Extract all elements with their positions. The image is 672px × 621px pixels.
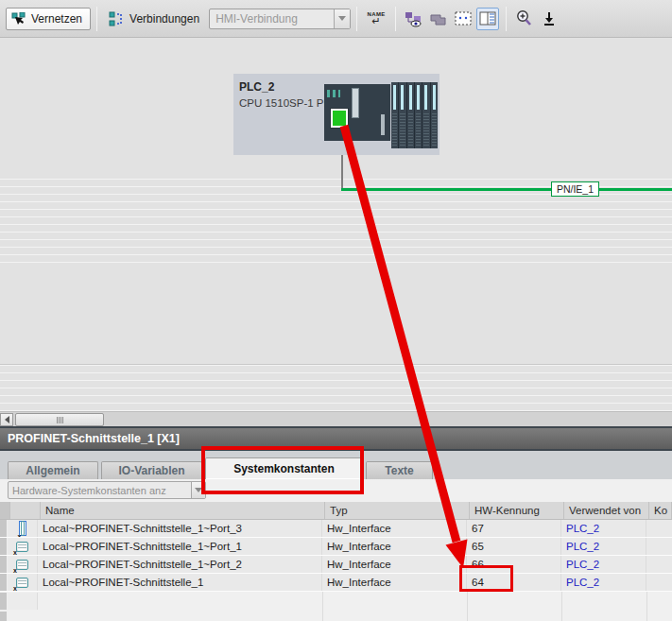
constants-filter-dropdown[interactable]: Hardware-Systemkonstanten anz xyxy=(8,481,206,499)
constant-type[interactable]: Hw_Interface xyxy=(322,556,467,573)
connection-type-dropdown[interactable]: HMI-Verbindung xyxy=(209,9,351,29)
show-objects-button[interactable] xyxy=(427,8,450,30)
row-gutter xyxy=(0,574,8,591)
row-gutter xyxy=(0,612,8,621)
show-relations-button[interactable] xyxy=(403,8,425,30)
column-separator xyxy=(322,592,323,621)
scroll-left-button[interactable] xyxy=(0,413,13,426)
row-icon-cell xyxy=(8,593,38,610)
io-modules xyxy=(391,82,438,148)
row-icon-cell xyxy=(8,520,38,537)
comment-cell[interactable] xyxy=(646,538,672,555)
column-header-verwendet-von[interactable]: Verwendet von xyxy=(564,502,649,519)
profinet-port-green[interactable] xyxy=(331,109,348,128)
plc-device[interactable]: PLC_2 CPU 1510SP-1 PN xyxy=(233,74,439,155)
io-module xyxy=(407,82,414,148)
column-separator xyxy=(561,592,562,621)
empty-row xyxy=(0,593,672,611)
dropdown-button[interactable] xyxy=(191,482,205,498)
hw-id[interactable]: 65 xyxy=(467,538,561,555)
horizontal-scrollbar[interactable] xyxy=(0,411,672,426)
zoom-button[interactable] xyxy=(513,8,536,30)
column-header-name[interactable]: Name xyxy=(41,502,325,519)
system-constant-icon xyxy=(16,578,28,588)
constant-name[interactable]: Local~PROFINET-Schnittstelle_1~Port_2 xyxy=(38,556,322,573)
network-toolbar: Vernetzen Verbindungen HMI-Verbindung NA… xyxy=(0,0,672,38)
column-separator xyxy=(646,592,647,621)
column-header-hw-kennung[interactable]: HW-Kennung xyxy=(470,502,564,519)
constant-name[interactable]: Local~PROFINET-Schnittstelle_1~Port_3 xyxy=(38,520,322,537)
subnet-line[interactable] xyxy=(341,188,672,191)
toolbar-separator xyxy=(395,7,396,31)
device-graphic xyxy=(324,82,438,150)
show-grid-button[interactable] xyxy=(452,8,474,30)
zoom-in-icon xyxy=(515,9,534,27)
cpu-module xyxy=(324,84,390,141)
hw-id-highlighted[interactable]: 64 xyxy=(467,574,561,591)
vernetzen-label: Vernetzen xyxy=(31,12,82,26)
dropdown-button[interactable] xyxy=(334,9,350,28)
comment-cell[interactable] xyxy=(646,574,672,591)
comment-cell[interactable] xyxy=(646,520,672,537)
header-icon-column xyxy=(10,502,41,519)
toolbar-separator xyxy=(356,7,357,31)
column-header-typ[interactable]: Typ xyxy=(325,502,470,519)
verbindungen-button[interactable]: Verbindungen xyxy=(103,11,205,26)
row-gutter xyxy=(0,520,8,537)
row-gutter xyxy=(0,556,8,573)
row-gutter xyxy=(0,538,8,555)
constant-name[interactable]: Local~PROFINET-Schnittstelle_1 xyxy=(38,574,322,591)
tab-texte[interactable]: Texte xyxy=(366,461,433,479)
used-by-link[interactable]: PLC_2 xyxy=(561,538,646,555)
grip-icon xyxy=(59,417,60,423)
table-row-highlighted[interactable]: Local~PROFINET-Schnittstelle_1 Hw_Interf… xyxy=(0,574,672,592)
constant-type[interactable]: Hw_Interface xyxy=(322,538,467,555)
arrow-down-to-line-icon xyxy=(543,11,556,26)
scrollbar-thumb[interactable] xyxy=(15,413,104,426)
used-by-link[interactable]: PLC_2 xyxy=(561,520,646,537)
vernetzen-button[interactable]: Vernetzen xyxy=(6,8,91,30)
table-row[interactable]: Local~PROFINET-Schnittstelle_1~Port_1 Hw… xyxy=(0,538,672,556)
grip-icon xyxy=(60,417,61,423)
relations-eye-icon xyxy=(405,10,423,27)
used-by-link[interactable]: PLC_2 xyxy=(561,556,646,573)
split-editor-toggle[interactable] xyxy=(476,8,499,30)
save-window-settings-button[interactable] xyxy=(538,8,560,30)
tab-io-variablen[interactable]: IO-Variablen xyxy=(101,461,202,479)
grip-icon xyxy=(57,417,58,423)
row-icon-cell xyxy=(8,556,38,573)
rename-station-button[interactable]: NAME ↵ xyxy=(363,11,389,26)
connections-icon xyxy=(109,11,124,26)
io-module xyxy=(399,82,405,148)
column-header-kommentar[interactable]: Ko xyxy=(649,502,672,519)
row-gutter xyxy=(0,593,8,610)
toolbar-separator xyxy=(506,7,507,31)
verbindungen-label: Verbindungen xyxy=(129,12,199,26)
io-module xyxy=(391,82,398,148)
system-constant-icon xyxy=(16,560,28,570)
comment-cell[interactable] xyxy=(646,556,672,573)
constant-type[interactable]: Hw_Interface xyxy=(322,520,467,537)
device-type: CPU 1510SP-1 PN xyxy=(239,97,332,109)
empty-row xyxy=(0,612,672,621)
constant-name[interactable]: Local~PROFINET-Schnittstelle_1~Port_1 xyxy=(38,538,322,555)
tab-allgemein[interactable]: Allgemein xyxy=(8,461,98,479)
device-name: PLC_2 xyxy=(239,80,274,94)
io-module xyxy=(431,82,438,148)
tab-systemkonstanten[interactable]: Systemkonstanten xyxy=(205,457,363,479)
cpu-display-slot xyxy=(352,88,359,118)
column-separator xyxy=(467,592,468,621)
hw-id[interactable]: 67 xyxy=(467,520,561,537)
table-row[interactable]: Local~PROFINET-Schnittstelle_1~Port_2 Hw… xyxy=(0,556,672,574)
used-by-link[interactable]: PLC_2 xyxy=(561,574,646,591)
cpu-connector-slot xyxy=(381,114,385,135)
system-constant-icon xyxy=(21,521,25,536)
focus-frame xyxy=(19,521,26,536)
network-mode-icon xyxy=(11,12,26,26)
network-editor-canvas[interactable]: PLC_2 CPU 1510SP-1 PN xyxy=(0,39,672,411)
io-module xyxy=(422,82,429,148)
hw-id[interactable]: 66 xyxy=(467,556,561,573)
table-row[interactable]: Local~PROFINET-Schnittstelle_1~Port_3 Hw… xyxy=(0,520,672,538)
subnet-label[interactable]: PN/IE_1 xyxy=(551,181,599,197)
constant-type[interactable]: Hw_Interface xyxy=(322,574,467,591)
